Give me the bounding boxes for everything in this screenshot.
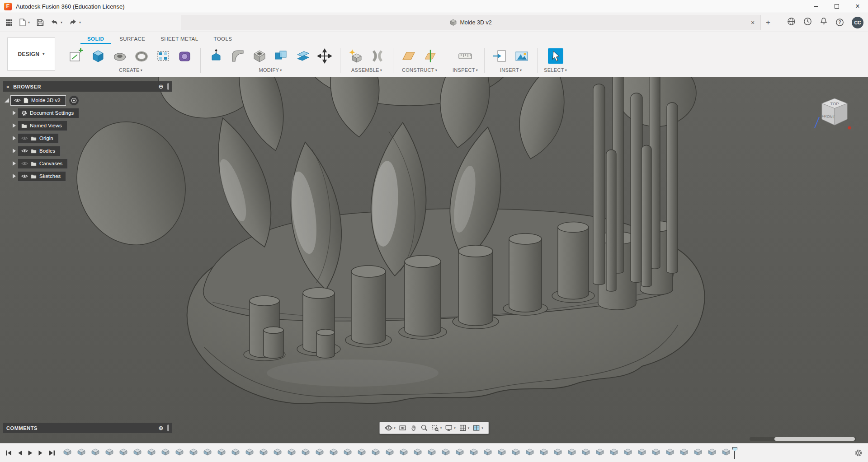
help-button[interactable]: ?: [835, 18, 844, 27]
timeline-feature-icon[interactable]: [596, 448, 604, 457]
move-copy-button[interactable]: [316, 47, 334, 65]
insert-derive-button[interactable]: [491, 47, 509, 65]
timeline-feature-icon[interactable]: [161, 448, 170, 457]
timeline-feature-icon[interactable]: [344, 448, 352, 457]
activate-component-radio[interactable]: [69, 95, 79, 106]
create-sketch-button[interactable]: [67, 47, 85, 65]
timeline-feature-icon[interactable]: [372, 448, 380, 457]
timeline-feature-icon[interactable]: [330, 448, 338, 457]
timeline-feature-icon[interactable]: [91, 448, 99, 457]
timeline-feature-icon[interactable]: [526, 448, 534, 457]
joint-button[interactable]: [368, 47, 387, 65]
timeline-feature-icon[interactable]: [638, 448, 646, 457]
combine-button[interactable]: [272, 47, 290, 65]
look-at-button[interactable]: [399, 424, 406, 432]
timeline-feature-icon[interactable]: [119, 448, 127, 457]
timeline-feature-icon[interactable]: [203, 448, 212, 457]
new-tab-button[interactable]: +: [762, 13, 774, 32]
timeline-feature-icon[interactable]: [414, 448, 422, 457]
user-avatar[interactable]: CC: [852, 17, 863, 28]
browser-row-sketches[interactable]: Sketches: [3, 171, 172, 182]
timeline-step-back-button[interactable]: [17, 450, 23, 456]
viewport-canvas[interactable]: « BROWSER ⊖ Molde 3D v2: [0, 77, 868, 443]
fillet-button[interactable]: [229, 47, 247, 65]
timeline-play-button[interactable]: [28, 450, 33, 456]
timeline-feature-icon[interactable]: [540, 448, 548, 457]
assemble-group-label[interactable]: ASSEMBLE▾: [351, 66, 382, 75]
timeline-feature-icon[interactable]: [358, 448, 366, 457]
timeline-feature-icon[interactable]: [63, 448, 71, 457]
expand-arrow-icon[interactable]: [10, 149, 18, 153]
expand-arrow-icon[interactable]: [10, 136, 18, 140]
workspace-selector[interactable]: DESIGN ▾: [7, 37, 55, 70]
timeline-feature-icon[interactable]: [680, 448, 688, 457]
timeline-feature-icon[interactable]: [217, 448, 226, 457]
fit-button[interactable]: ▾: [431, 424, 442, 432]
pattern-button[interactable]: [154, 47, 172, 65]
timeline-feature-icon[interactable]: [175, 448, 184, 457]
timeline-feature-icon[interactable]: [400, 448, 408, 457]
view-cube[interactable]: TOP FRONT: [807, 89, 859, 138]
timeline-feature-icon[interactable]: [288, 448, 296, 457]
timeline-position-marker[interactable]: [732, 446, 738, 460]
timeline-feature-icon[interactable]: [722, 448, 730, 457]
timeline-feature-icon[interactable]: [147, 448, 156, 457]
expand-arrow-icon[interactable]: [10, 161, 18, 166]
tab-tools[interactable]: TOOLS: [207, 34, 239, 44]
create-form-button[interactable]: [176, 47, 194, 65]
construct-group-label[interactable]: CONSTRUCT▾: [402, 66, 437, 75]
grid-display-button[interactable]: ▾: [459, 424, 470, 432]
file-menu-button[interactable]: ▾: [19, 19, 30, 26]
timeline-feature-icon[interactable]: [316, 448, 324, 457]
timeline-feature-icon[interactable]: [386, 448, 394, 457]
timeline-feature-icon[interactable]: [105, 448, 113, 457]
display-settings-button[interactable]: ▾: [445, 424, 456, 432]
tab-solid[interactable]: SOLID: [80, 34, 111, 44]
timeline-skip-start-button[interactable]: [5, 450, 12, 456]
tab-sheet-metal[interactable]: SHEET METAL: [154, 34, 205, 44]
document-tab[interactable]: Molde 3D v2: [450, 19, 491, 26]
offset-plane-button[interactable]: [400, 47, 418, 65]
visibility-eye-icon[interactable]: [21, 136, 28, 140]
offset-face-button[interactable]: [294, 47, 312, 65]
new-component-button[interactable]: [347, 47, 365, 65]
tab-surface[interactable]: SURFACE: [113, 34, 152, 44]
timeline-feature-icon[interactable]: [77, 448, 85, 457]
select-group-label[interactable]: SELECT▾: [544, 66, 567, 75]
modify-group-label[interactable]: MODIFY▾: [259, 66, 282, 75]
shell-button[interactable]: [250, 47, 269, 65]
orbit-button[interactable]: ▾: [385, 424, 396, 432]
browser-header[interactable]: « BROWSER ⊖: [3, 81, 172, 92]
panel-resize-grip[interactable]: [167, 425, 169, 431]
viewports-button[interactable]: ▾: [472, 424, 483, 432]
document-tab-close-icon[interactable]: ×: [749, 19, 757, 26]
timeline-feature-icon[interactable]: [624, 448, 632, 457]
visibility-eye-icon[interactable]: [21, 149, 28, 153]
timeline-feature-icon[interactable]: [259, 448, 268, 457]
redo-button[interactable]: ▾: [69, 19, 81, 26]
timeline-feature-icon[interactable]: [708, 448, 716, 457]
close-button[interactable]: ×: [847, 0, 868, 13]
notifications-button[interactable]: [820, 17, 828, 28]
timeline-feature-icon[interactable]: [189, 448, 198, 457]
create-group-label[interactable]: CREATE▾: [119, 66, 142, 75]
timeline-feature-icon[interactable]: [568, 448, 576, 457]
visibility-eye-icon[interactable]: [21, 174, 28, 178]
timeline-feature-icon[interactable]: [302, 448, 310, 457]
browser-collapse-icon[interactable]: ⊖: [159, 83, 164, 90]
timeline-feature-icon[interactable]: [442, 448, 450, 457]
sweep-button[interactable]: [132, 47, 151, 65]
browser-row-canvases[interactable]: Canvases: [3, 158, 172, 169]
comments-header[interactable]: COMMENTS ⊕: [3, 423, 172, 433]
browser-row-origin[interactable]: Origin: [3, 133, 172, 144]
timeline-scrollbar-thumb[interactable]: [774, 437, 855, 441]
pan-button[interactable]: [410, 424, 417, 432]
timeline-feature-icon[interactable]: [133, 448, 142, 457]
extrude-button[interactable]: [89, 47, 107, 65]
timeline-feature-icon[interactable]: [652, 448, 660, 457]
construct-axis-button[interactable]: [421, 47, 439, 65]
expand-arrow-icon[interactable]: [10, 174, 18, 178]
timeline-feature-icon[interactable]: [484, 448, 492, 457]
timeline-feature-icon[interactable]: [666, 448, 674, 457]
expand-arrow-icon[interactable]: [10, 123, 18, 128]
